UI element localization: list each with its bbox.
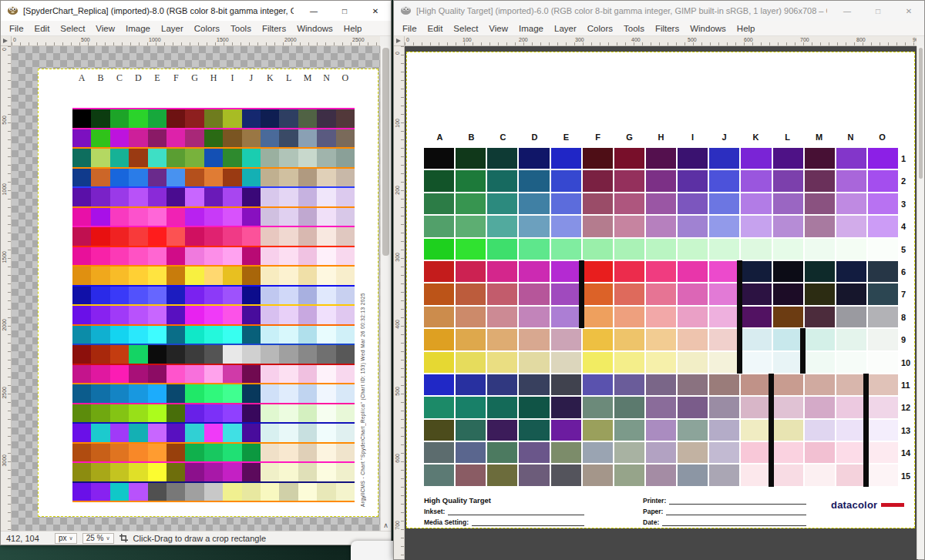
- black-separator-bar: [863, 396, 869, 418]
- menu-windows[interactable]: Windows: [291, 24, 338, 33]
- color-patch: [805, 261, 835, 282]
- minimize-button[interactable]: —: [298, 1, 329, 21]
- menu-view[interactable]: View: [483, 24, 513, 33]
- footer-middle-column: Printer: Paper: Date:: [643, 496, 806, 526]
- unit-select[interactable]: px ∨: [55, 533, 77, 544]
- patch-row: [72, 483, 355, 501]
- color-patch: [129, 404, 147, 423]
- scrollbar-thumb[interactable]: [382, 48, 389, 256]
- unit-value: px: [59, 534, 67, 542]
- color-patch: [773, 420, 803, 441]
- color-patch: [261, 169, 279, 187]
- color-patch: [129, 483, 147, 501]
- menu-tools[interactable]: Tools: [225, 24, 257, 33]
- menu-filters[interactable]: Filters: [257, 24, 291, 33]
- horizontal-ruler[interactable]: 05001000150020002500: [12, 36, 380, 46]
- horizontal-ruler[interactable]: 0100200300400500600700800900: [405, 36, 917, 46]
- menu-file[interactable]: File: [4, 24, 29, 33]
- ruler-corner[interactable]: [1, 36, 12, 46]
- ruler-corner[interactable]: [394, 36, 405, 46]
- color-patch: [261, 326, 279, 344]
- color-patch: [185, 227, 204, 246]
- titlebar[interactable]: [SpyderChart_Replica] (imported)-8.0 (RG…: [1, 1, 391, 21]
- menu-edit[interactable]: Edit: [29, 24, 56, 33]
- color-patch: [519, 193, 549, 214]
- color-patch: [129, 247, 147, 266]
- color-patch: [185, 267, 204, 285]
- vertical-scrollbar[interactable]: [917, 46, 924, 559]
- color-patch: [261, 287, 279, 305]
- color-patch: [519, 420, 549, 441]
- scroll-arrow-icon[interactable]: ∧: [381, 521, 391, 529]
- column-letter: M: [803, 132, 835, 142]
- color-patch: [336, 483, 355, 501]
- menu-layer[interactable]: Layer: [549, 24, 582, 33]
- color-patch: [185, 483, 204, 501]
- zoom-select[interactable]: 25 % ∨: [82, 533, 114, 544]
- color-patch: [773, 261, 803, 282]
- menu-image[interactable]: Image: [120, 24, 156, 33]
- color-patch: [583, 216, 613, 236]
- color-patch: [773, 239, 803, 260]
- color-patch: [773, 283, 803, 304]
- color-patch: [487, 329, 517, 350]
- vertical-ruler[interactable]: 050010001500200025003000: [1, 46, 12, 531]
- scrollbar-thumb[interactable]: [919, 48, 923, 179]
- color-patch: [298, 365, 317, 384]
- minimize-button[interactable]: —: [832, 1, 863, 21]
- color-patch: [166, 169, 185, 187]
- menu-filters[interactable]: Filters: [650, 24, 684, 33]
- color-patch: [836, 442, 866, 463]
- color-patch: [148, 169, 166, 187]
- color-patch: [72, 384, 91, 403]
- color-patch: [91, 483, 109, 501]
- canvas[interactable]: ABCDEFGHIJKLMNO 123456789101112131415 12…: [405, 46, 918, 560]
- menu-help[interactable]: Help: [732, 24, 761, 33]
- color-patch: [166, 227, 185, 246]
- maximize-button[interactable]: □: [863, 1, 893, 21]
- color-patch: [110, 267, 129, 285]
- column-letter: C: [110, 72, 129, 84]
- color-patch: [805, 216, 835, 236]
- close-button[interactable]: ✕: [893, 1, 924, 21]
- color-patch: [204, 208, 223, 226]
- ruler-label: 500: [2, 116, 8, 125]
- maximize-button[interactable]: □: [329, 1, 360, 21]
- row-numbers-left: 123456789101112131415: [409, 148, 422, 488]
- vertical-ruler[interactable]: 0100200300400500600700: [394, 46, 405, 559]
- color-patch: [72, 463, 91, 481]
- menu-view[interactable]: View: [90, 24, 120, 33]
- menu-windows[interactable]: Windows: [684, 24, 732, 33]
- menu-edit[interactable]: Edit: [422, 24, 449, 33]
- color-patch: [456, 374, 486, 395]
- black-separator-bar: [579, 260, 584, 283]
- color-patch: [336, 267, 355, 285]
- menu-colors[interactable]: Colors: [189, 24, 225, 33]
- menu-colors[interactable]: Colors: [582, 24, 618, 33]
- color-patch: [868, 397, 898, 417]
- color-patch: [185, 345, 204, 364]
- color-patch: [261, 384, 279, 403]
- menu-layer[interactable]: Layer: [156, 24, 189, 33]
- canvas[interactable]: ABCDEFGHIJKLMNO ArgyllCMS - Chart "Spyde…: [12, 46, 382, 532]
- color-patch: [614, 374, 644, 395]
- color-patch: [317, 444, 335, 462]
- color-patch: [223, 483, 241, 501]
- menu-select[interactable]: Select: [448, 24, 483, 33]
- color-patch: [551, 464, 581, 485]
- color-patch: [646, 329, 676, 350]
- close-button[interactable]: ✕: [360, 1, 391, 21]
- menu-help[interactable]: Help: [338, 24, 368, 33]
- menu-file[interactable]: File: [397, 24, 422, 33]
- color-patch: [261, 208, 279, 226]
- titlebar[interactable]: [High Quality Target] (imported)-6.0 (RG…: [394, 1, 924, 21]
- color-patch: [72, 208, 91, 226]
- menu-tools[interactable]: Tools: [618, 24, 650, 33]
- menu-image[interactable]: Image: [513, 24, 549, 33]
- color-patch: [110, 109, 129, 128]
- color-patch: [204, 169, 223, 187]
- black-separator-bar: [737, 328, 742, 350]
- color-patch: [317, 208, 335, 226]
- vertical-scrollbar[interactable]: ∧: [380, 46, 391, 531]
- menu-select[interactable]: Select: [55, 24, 90, 33]
